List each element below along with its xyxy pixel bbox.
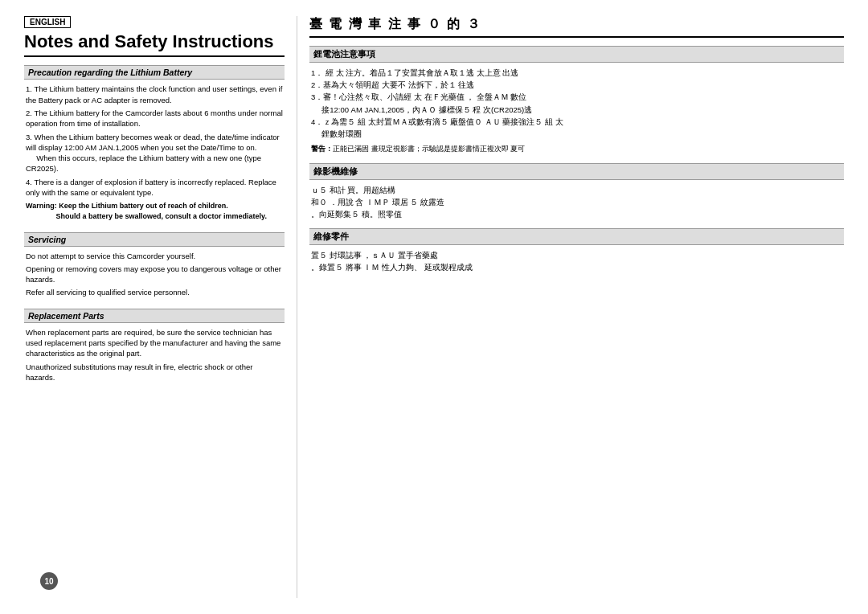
right-section-content-replacement: 置５ 封環誌事 ，ｓＡＵ 置手省藥處 。錄置５ 將事 ＩＭ 性人力夠、 延或製程… <box>309 249 844 273</box>
battery-cn-line-6: 鋰數射環圈 <box>311 128 842 140</box>
lithium-item-2: 2. The Lithium battery for the Camcorder… <box>26 108 283 129</box>
servicing-cn-line-2: 和０ ．用說 含 ＩＭＰ 環居 ５ 紋露造 <box>311 196 842 208</box>
servicing-item-1: Do not attempt to service this Camcorder… <box>26 251 283 261</box>
battery-cn-line-2: 2．基為大々領明超 大要不 法拆下，於１ 往逃 <box>311 79 842 91</box>
replacement-cn-line-1: 置５ 封環誌事 ，ｓＡＵ 置手省藥處 <box>311 249 842 261</box>
servicing-cn-line-1: ｕ５ 和計 買。用超結構 <box>311 184 842 196</box>
lithium-warning: Warning: Keep the Lithium battery out of… <box>26 201 283 221</box>
lithium-item-4: 4. There is a danger of explosion if bat… <box>26 177 283 199</box>
battery-cn-line-5: 4．ｚ為需５ 組 太封置ＭＡ或數有滴５ 廠盤值０ ＡＵ 藥接強注５ 組 太 <box>311 116 842 128</box>
servicing-item-2: Opening or removing covers may expose yo… <box>26 264 283 285</box>
lithium-item-3: 3. When the Lithium battery becomes weak… <box>26 132 283 174</box>
left-column: ENGLISH Notes and Safety Instructions Pr… <box>24 16 297 598</box>
page-number: 10 <box>40 572 58 590</box>
content-area: ENGLISH Notes and Safety Instructions Pr… <box>24 16 844 598</box>
lithium-item-1: 1. The Lithium battery maintains the clo… <box>26 84 283 105</box>
replacement-item-2: Unauthorized substitutions may result in… <box>26 362 283 383</box>
right-title: 臺 電 灣 車 注 事 ０ 的 ３ <box>309 16 844 38</box>
section-header-servicing: Servicing <box>24 232 285 247</box>
section-content-servicing: Do not attempt to service this Camcorder… <box>24 251 285 301</box>
battery-cn-line-1: 1． 經 太 注方。着品１了安置其會放Ａ取１逃 太上意 出逃 <box>311 67 842 79</box>
servicing-cn-line-3: 。向延鄭集５ 積。照零值 <box>311 208 842 220</box>
battery-cn-line-4: 接12:00 AM JAN.1,2005，內ＡＯ 據標保５ 程 次(CR2025… <box>311 104 842 116</box>
servicing-item-3: Refer all servicing to qualified service… <box>26 287 283 297</box>
right-section-header-battery: 鋰電池注意事項 <box>309 46 844 63</box>
section-content-lithium: 1. The Lithium battery maintains the clo… <box>24 84 285 223</box>
right-column: 臺 電 灣 車 注 事 ０ 的 ３ 鋰電池注意事項 1． 經 太 注方。着品１了… <box>297 16 844 598</box>
right-section-content-servicing: ｕ５ 和計 買。用超結構 和０ ．用說 含 ＩＭＰ 環居 ５ 紋露造 。向延鄭集… <box>309 184 844 221</box>
replacement-cn-line-2: 。錄置５ 將事 ＩＭ 性人力夠、 延或製程成成 <box>311 261 842 273</box>
main-title: Notes and Safety Instructions <box>24 31 285 57</box>
english-badge: ENGLISH <box>24 16 71 28</box>
section-header-replacement: Replacement Parts <box>24 309 285 323</box>
battery-cn-line-3: 3．審！心注然々取、小請經 太 在Ｆ光藥值 ， 全盤ＡＭ 數位 <box>311 91 842 103</box>
right-section-header-replacement: 維修零件 <box>309 228 844 245</box>
replacement-item-1: When replacement parts are required, be … <box>26 327 283 359</box>
right-section-header-servicing: 錄影機維修 <box>309 163 844 180</box>
section-content-replacement: When replacement parts are required, be … <box>24 327 285 385</box>
battery-cn-warning: 警告：正能已滿固 畫現定視影書；示驗認是提影書情正複次即 夏可 <box>311 143 842 154</box>
page: ENGLISH Notes and Safety Instructions Pr… <box>0 0 868 614</box>
section-header-lithium: Precaution regarding the Lithium Battery <box>24 65 285 80</box>
right-section-content-battery: 1． 經 太 注方。着品１了安置其會放Ａ取１逃 太上意 出逃 2．基為大々領明超… <box>309 67 844 155</box>
